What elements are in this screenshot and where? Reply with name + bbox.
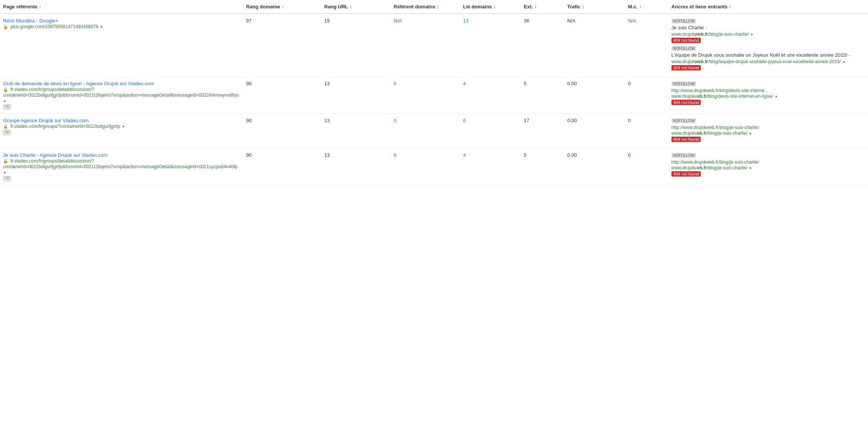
- nofollow-badge-2: NOFOLLOW: [671, 46, 696, 51]
- trafic-cell-row3: 0.00: [564, 114, 625, 148]
- mc-cell-row3: 0: [625, 114, 668, 148]
- rang-domaine-cell-row3: 90: [243, 114, 321, 148]
- anchor-url-row2-1[interactable]: www.drujokveb.fr/blog/devis-site-interne…: [671, 94, 774, 99]
- anchor-url-row1-1[interactable]: www.drujokweb.fr/blog/je-suis-charlie/: [671, 32, 750, 37]
- page-title-link-row3[interactable]: Groupe Agence Drujok sur Viadeo.com: [3, 118, 89, 123]
- not-found-badge-row4-1: 404 not found: [671, 171, 701, 177]
- mc-cell-row4: 0: [625, 148, 668, 185]
- not-found-badge-row1-2: 404 not found: [671, 65, 701, 70]
- header-referent-domains: Référent domains i: [390, 0, 460, 14]
- lang-badge-row4: FR: [3, 176, 11, 181]
- ext-cell-row1: 36: [521, 14, 564, 77]
- page-url-link-row1[interactable]: plus.google.com/109750581471493468079: [11, 24, 98, 29]
- anchor-title-row1-2: L'équipe de Drujok vous souhaite un Joye…: [671, 52, 865, 58]
- header-ext: Ext. i: [521, 0, 564, 14]
- anchor-title-row1-1: Je suis Charlie -: [671, 25, 865, 30]
- lang-badge-row3: FR: [3, 130, 11, 135]
- info-icon-ext[interactable]: i: [535, 5, 536, 9]
- table-row: Groupe Agence Drujok sur Viadeo.com 🔒 fr…: [0, 114, 868, 148]
- ext-cell-row4: 5: [521, 148, 564, 185]
- info-icon-rang-url[interactable]: i: [350, 5, 351, 9]
- dropdown-arrow-anchor-row3[interactable]: ▾: [749, 131, 751, 135]
- lock-icon-row1: 🔒: [3, 24, 8, 29]
- ext-cell-row2: 5: [521, 77, 564, 114]
- anchor-url-short-row2[interactable]: http://www.drujokweb.fr/blog/devis-site-…: [671, 88, 768, 93]
- referent-cell-row1: N/A: [390, 14, 460, 77]
- table-row: Outil de demande de devis en ligne! - Ag…: [0, 77, 868, 114]
- header-ancres: Ancres et liens entrants i: [668, 0, 868, 14]
- dropdown-arrow-anchor-row1-1[interactable]: ▾: [751, 32, 753, 37]
- mc-cell-row1: N/A: [625, 14, 668, 77]
- ancres-cell-row1: NOFOLLOW Je suis Charlie - www.drujokweb…: [668, 14, 868, 77]
- info-icon-ancres[interactable]: i: [730, 5, 731, 9]
- page-title-link-row1[interactable]: Rémi Mondina - Google+: [3, 18, 58, 24]
- page-title-link-row2[interactable]: Outil de demande de devis en ligne! - Ag…: [3, 81, 154, 86]
- rang-domaine-cell-row4: 90: [243, 148, 321, 185]
- dropdown-arrow-row3[interactable]: ▾: [122, 124, 124, 129]
- rang-url-cell-row1: 19: [321, 14, 391, 77]
- anchor-url-row1-2[interactable]: www.drujokweb.fr/blog/lequipe-drujok-sou…: [671, 59, 842, 64]
- dropdown-arrow-row4[interactable]: ▾: [4, 170, 6, 175]
- anchor-block-row1-2: NOFOLLOW L'équipe de Drujok vous souhait…: [671, 45, 865, 70]
- header-rang-url: Rang URL i: [321, 0, 391, 14]
- nofollow-badge-row4: NOFOLLOW: [671, 153, 696, 158]
- anchor-block-row3-1: NOFOLLOW http://www.drujokweb.fr/blog/je…: [671, 118, 865, 142]
- info-icon-referent[interactable]: i: [438, 5, 439, 9]
- nofollow-badge: NOFOLLOW: [671, 19, 696, 24]
- rang-url-cell-row3: 13: [321, 114, 391, 148]
- lie-cell-row4: 4: [460, 148, 521, 185]
- lock-icon-row3: 🔒: [3, 124, 8, 129]
- info-icon-page[interactable]: i: [40, 5, 41, 9]
- ancres-cell-row4: NOFOLLOW http://www.drujokweb.fr/blog/je…: [668, 148, 868, 185]
- info-icon-lie[interactable]: i: [494, 5, 495, 9]
- ancres-cell-row2: NOFOLLOW http://www.drujokweb.fr/blog/de…: [668, 77, 868, 114]
- dropdown-arrow-anchor-row2[interactable]: ▾: [775, 94, 777, 99]
- rang-url-cell-row2: 13: [321, 77, 391, 114]
- not-found-badge-row1-1: 404 not found: [671, 38, 701, 43]
- referent-cell-row3: 0: [390, 114, 460, 148]
- page-cell-row4: Je suis Charlie - Agence Drujok sur Viad…: [0, 148, 243, 185]
- header-lie-domains: Lié domains i: [460, 0, 521, 14]
- dropdown-arrow-row1[interactable]: ▾: [100, 25, 102, 29]
- page-url-link-row4[interactable]: fr.viadeo.com/fr/groups/detaildiscussion…: [3, 158, 237, 169]
- table-row: Je suis Charlie - Agence Drujok sur Viad…: [0, 148, 868, 185]
- anchor-url-short-plain-row4[interactable]: http://www.drujokweb.fr/blog/je-suis-cha…: [671, 159, 759, 165]
- page-title-link-row4[interactable]: Je suis Charlie - Agence Drujok sur Viad…: [3, 152, 108, 158]
- anchor-block-row4-1: NOFOLLOW http://www.drujokweb.fr/blog/je…: [671, 152, 865, 177]
- info-icon-rang-domaine[interactable]: i: [282, 5, 283, 9]
- rang-domaine-cell-row2: 90: [243, 77, 321, 114]
- anchor-block-row2-1: NOFOLLOW http://www.drujokweb.fr/blog/de…: [671, 81, 865, 105]
- page-cell-row3: Groupe Agence Drujok sur Viadeo.com 🔒 fr…: [0, 114, 243, 148]
- page-url-link-row3[interactable]: fr.viadeo.com/fr/groups/?containerId=002…: [11, 124, 122, 129]
- dropdown-arrow-row2[interactable]: ▾: [4, 99, 6, 103]
- header-rang-domaine[interactable]: Rang domaine i: [243, 0, 321, 14]
- not-found-badge-row2-1: 404 not found: [671, 100, 701, 105]
- page-url-link-row2[interactable]: fr.viadeo.com/fr/groups/detaildiscussion…: [3, 87, 239, 98]
- anchor-block-row1-1: NOFOLLOW Je suis Charlie - www.drujokweb…: [671, 18, 865, 43]
- header-mc: M.c. i: [625, 0, 668, 14]
- lock-icon-row2: 🔒: [3, 87, 8, 92]
- nofollow-badge-row3: NOFOLLOW: [671, 118, 696, 123]
- ancres-cell-row3: NOFOLLOW http://www.drujokweb.fr/blog/je…: [668, 114, 868, 148]
- mc-cell-row2: 0: [625, 77, 668, 114]
- anchor-url-row4-1[interactable]: www.drujokveb.fr/blog/je-suis-charlie/: [671, 165, 749, 170]
- lie-cell-row1: 13: [460, 14, 521, 77]
- dropdown-arrow-anchor-row1-2[interactable]: ▾: [843, 60, 845, 64]
- lock-icon-row4: 🔒: [3, 159, 8, 163]
- header-page-referente: Page référente i: [0, 0, 243, 14]
- not-found-badge-row3-1: 404 not found: [671, 137, 701, 142]
- trafic-cell-row1: N/A: [564, 14, 625, 77]
- dropdown-arrow-anchor-row4[interactable]: ▾: [749, 166, 751, 170]
- info-icon-mc[interactable]: i: [640, 5, 641, 9]
- rang-url-cell-row4: 13: [321, 148, 391, 185]
- lang-badge-row2: FR: [3, 105, 11, 110]
- referent-cell-row2: 0: [390, 77, 460, 114]
- anchor-url-row3-1[interactable]: www.drujokveb.fr/blog/je-suis-charlie/: [671, 131, 749, 136]
- page-cell-row2: Outil de demande de devis en ligne! - Ag…: [0, 77, 243, 114]
- rang-domaine-cell-row1: 97: [243, 14, 321, 77]
- trafic-cell-row4: 0.00: [564, 148, 625, 185]
- anchor-url-short-plain-row3[interactable]: http://www.drujokweb.fr/blog/je-suis-cha…: [671, 125, 759, 130]
- main-table-container: Page référente i Rang domaine i Rang URL…: [0, 0, 868, 185]
- ext-cell-row3: 17: [521, 114, 564, 148]
- info-icon-trafic[interactable]: i: [582, 5, 584, 9]
